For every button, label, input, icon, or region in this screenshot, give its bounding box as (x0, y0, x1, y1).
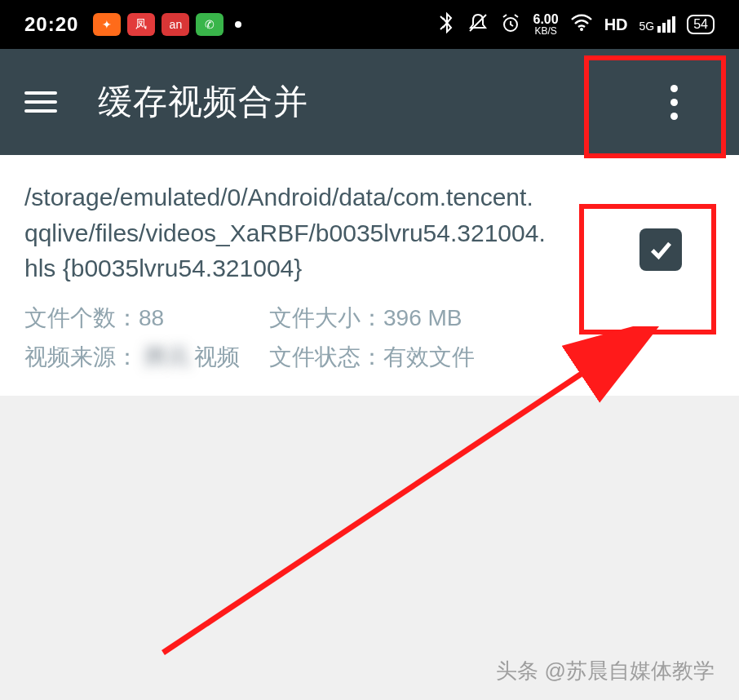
status-app-icon-3: an (162, 13, 189, 36)
more-vertical-icon (670, 85, 678, 120)
svg-line-0 (440, 16, 444, 20)
watermark: 头条 @苏晨自媒体教学 (496, 657, 715, 685)
dnd-off-icon (467, 12, 489, 38)
check-icon (647, 236, 675, 264)
file-count: 文件个数：88 (24, 303, 269, 334)
video-file-card[interactable]: /storage/emulated/0/Android/data/com.ten… (0, 155, 739, 396)
status-phone-icon: ✆ (196, 13, 223, 36)
svg-line-1 (440, 26, 444, 29)
status-time: 20:20 (24, 13, 78, 36)
hd-icon: HD (604, 16, 628, 34)
status-more-dot-icon (235, 21, 241, 28)
menu-icon[interactable] (24, 91, 57, 113)
status-app-icon-2: 凤 (127, 13, 155, 36)
status-bar: 20:20 ✦ 凤 an ✆ 6.00 KB/S HD (0, 0, 739, 49)
bluetooth-icon (440, 12, 456, 38)
file-size: 文件大小：396 MB (269, 303, 715, 334)
select-checkbox[interactable] (639, 228, 682, 271)
more-options-button[interactable] (608, 49, 739, 155)
network-speed: 6.00 KB/S (533, 13, 558, 36)
wifi-icon (570, 14, 593, 36)
battery-icon: 54 (687, 15, 715, 34)
signal-5g-icon: 5G (639, 16, 676, 33)
file-path: /storage/emulated/0/Android/data/com.ten… (24, 179, 547, 286)
alarm-icon (500, 12, 521, 38)
video-source: 视频来源：腾讯视频 (24, 342, 269, 373)
status-app-icon-1: ✦ (93, 13, 121, 36)
app-bar: 缓存视频合并 (0, 49, 739, 155)
file-status: 文件状态：有效文件 (269, 342, 715, 373)
svg-point-4 (580, 28, 583, 31)
app-title: 缓存视频合并 (98, 79, 308, 125)
